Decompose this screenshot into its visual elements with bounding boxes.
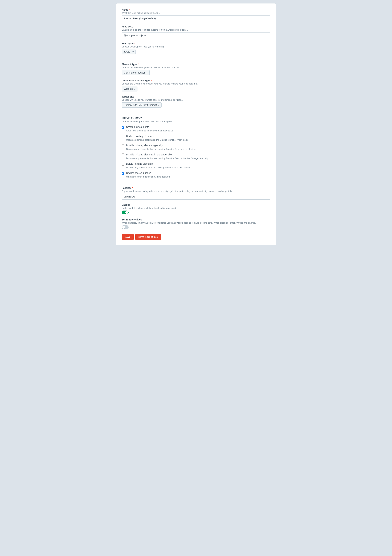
commerce-product-type-chevron-icon: ⌄ [134,88,135,90]
save-continue-button[interactable]: Save & Continue [135,234,161,240]
target-site-field-group: Target Site Choose which site you want t… [122,95,270,108]
import-strategy-title: Import strategy [122,116,270,119]
checkbox-disable-target-site[interactable] [122,154,124,156]
target-site-label: Target Site [122,95,270,98]
checkbox-update-desc: Updates elements that match the Unique I… [126,139,270,141]
checkbox-group-create: Create new elements Adds new elements if… [122,125,270,132]
backup-field-group: Backup Perform a full backup each time t… [122,203,270,214]
passkey-field-group: Passkey * A generated, unique string to … [122,186,270,200]
commerce-product-type-label: Commerce Product Type * [122,79,270,82]
feed-url-label: Feed URL * [122,25,270,28]
name-label: Name * [122,8,270,11]
checkbox-row-create: Create new elements [122,125,270,129]
checkbox-group-search: Update search indexes Whether search ind… [122,172,270,178]
checkbox-create-label: Create new elements [126,125,149,128]
divider-1 [122,59,270,59]
set-empty-values-hint: When enabled, empty values are considere… [122,222,270,224]
checkbox-group-disable-global: Disable missing elements globally Disabl… [122,144,270,150]
commerce-product-type-value: Widgets [124,87,133,90]
name-hint: What this feed will be called in the CP. [122,12,270,14]
set-empty-values-toggle-slider [122,225,128,229]
checkbox-delete-label: Delete missing elements [126,162,153,165]
element-type-field-group: Element Type * Choose what element you w… [122,63,270,75]
element-type-required-star: * [138,63,139,66]
feed-type-field-group: Feed Type * Choose what type of feed you… [122,42,270,54]
element-type-select[interactable]: Commerce Product ⌄ [122,70,150,75]
action-buttons-row: Save Save & Continue [122,234,270,240]
checkbox-disable-global-desc: Disables any elements that are missing f… [126,148,270,150]
checkbox-delete-desc: Deletes any elements that are missing fr… [126,166,270,169]
commerce-product-type-field-group: Commerce Product Type * Choose the Comme… [122,79,270,92]
main-card: Name * What this feed will be called in … [116,3,276,245]
checkbox-row-delete: Delete missing elements [122,162,270,165]
checkbox-group-disable-target: Disable missing elements in the target s… [122,153,270,160]
backup-hint: Perform a full backup each time this fee… [122,207,270,209]
checkbox-create-desc: Adds new elements if they do not already… [126,129,270,132]
commerce-product-type-required-star: * [151,79,152,82]
feed-type-label: Feed Type * [122,42,270,45]
backup-toggle-container [122,210,270,214]
checkbox-update-existing[interactable] [122,135,124,138]
element-type-label: Element Type * [122,63,270,66]
checkbox-update-label: Update existing elements [126,135,153,138]
checkbox-search-desc: Whether search indexes should be updated… [126,175,270,178]
import-strategy-hint: Choose what happens when this feed is ru… [122,120,270,123]
backup-label: Backup [122,203,270,206]
passkey-input[interactable] [122,194,270,200]
checkbox-create-new-elements[interactable] [122,126,124,129]
checkbox-update-search[interactable] [122,172,124,175]
backup-toggle[interactable] [122,210,128,214]
target-site-select[interactable]: Primary Site (My Craft Project) ⌄ [122,102,162,108]
set-empty-values-label: Set Empty Values [122,218,270,221]
target-site-value: Primary Site (My Craft Project) [124,104,157,106]
commerce-product-type-hint: Choose the Commerce product type you wan… [122,82,270,85]
passkey-hint: A generated, unique string to increase s… [122,190,270,193]
feed-url-input[interactable] [122,32,270,38]
import-strategy-section: Import strategy Choose what happens when… [122,116,270,178]
checkbox-group-delete: Delete missing elements Deletes any elem… [122,162,270,169]
checkbox-group-update: Update existing elements Updates element… [122,135,270,141]
checkbox-row-search: Update search indexes [122,172,270,175]
feed-url-hint: Can be a file on the local file system o… [122,29,270,31]
element-type-hint: Choose what element you want to save you… [122,66,270,69]
feed-url-required-star: * [133,25,134,28]
divider-3 [122,182,270,182]
checkbox-delete-missing[interactable] [122,163,124,165]
checkbox-disable-target-desc: Disables any elements that are missing f… [126,157,270,160]
save-button[interactable]: Save [122,234,134,240]
feed-type-select[interactable]: JSON XML CSV RSS [122,49,136,54]
commerce-product-type-select[interactable]: Widgets ⌄ [122,86,137,92]
backup-toggle-slider [122,210,128,214]
target-site-chevron-icon: ⌄ [158,104,159,106]
element-type-chevron-icon: ⌄ [146,72,147,74]
checkbox-disable-globally[interactable] [122,144,124,147]
target-site-hint: Choose which site you want to save your … [122,99,270,101]
checkbox-row-update: Update existing elements [122,135,270,138]
element-type-value: Commerce Product [124,71,145,74]
feed-type-hint: Choose what type of feed you're retrievi… [122,45,270,48]
set-empty-values-field-group: Set Empty Values When enabled, empty val… [122,218,270,229]
checkbox-disable-global-label: Disable missing elements globally [126,144,163,147]
checkbox-row-disable-target: Disable missing elements in the target s… [122,153,270,156]
passkey-required-star: * [132,186,133,189]
feed-type-required-star: * [134,42,135,45]
checkbox-disable-target-label: Disable missing elements in the target s… [126,153,172,156]
set-empty-values-toggle-container [122,225,270,229]
feed-url-field-group: Feed URL * Can be a file on the local fi… [122,25,270,38]
set-empty-values-toggle[interactable] [122,225,128,229]
name-field-group: Name * What this feed will be called in … [122,8,270,21]
name-input[interactable] [122,15,270,21]
passkey-label: Passkey * [122,186,270,189]
checkbox-row-disable-global: Disable missing elements globally [122,144,270,147]
checkbox-search-label: Update search indexes [126,172,151,174]
name-required-star: * [129,8,130,11]
